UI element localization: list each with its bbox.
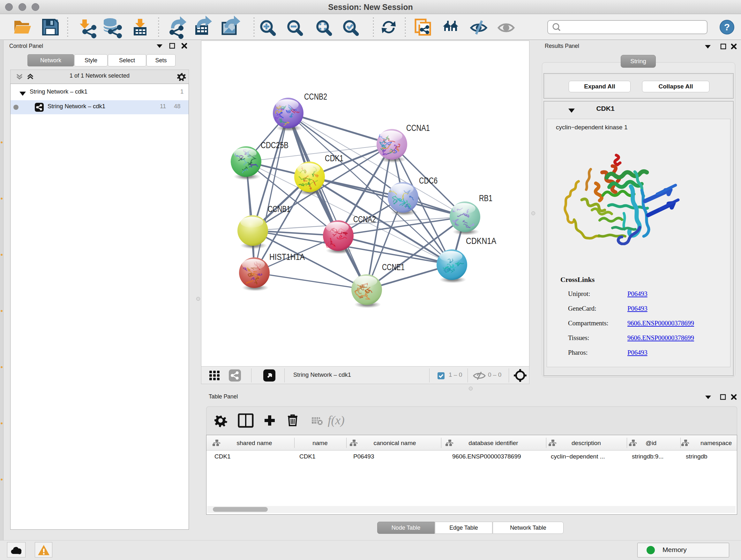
svg-text:?: ? bbox=[724, 22, 730, 32]
svg-text:database identifier: database identifier bbox=[468, 440, 518, 446]
svg-text:shared name: shared name bbox=[237, 440, 272, 446]
svg-text:RB1: RB1 bbox=[479, 193, 492, 203]
svg-text:@id: @id bbox=[646, 440, 657, 446]
svg-text:HIST1H1A: HIST1H1A bbox=[269, 252, 305, 262]
svg-text:name: name bbox=[313, 440, 328, 446]
svg-text:CDC25B: CDC25B bbox=[261, 140, 288, 150]
svg-text:CCNB2: CCNB2 bbox=[304, 92, 327, 102]
svg-text:CDC6: CDC6 bbox=[419, 176, 437, 186]
svg-text:CCNA2: CCNA2 bbox=[353, 214, 376, 224]
svg-text:CCNE1: CCNE1 bbox=[382, 262, 405, 272]
svg-text:CCNA1: CCNA1 bbox=[406, 123, 430, 133]
svg-text:f(x): f(x) bbox=[328, 414, 345, 427]
svg-text:CDK1: CDK1 bbox=[325, 153, 343, 163]
svg-text:namespace: namespace bbox=[700, 440, 732, 446]
svg-text:description: description bbox=[571, 440, 601, 446]
svg-text:CCNB1: CCNB1 bbox=[268, 204, 290, 214]
svg-text:canonical name: canonical name bbox=[374, 440, 416, 446]
svg-text:CDKN1A: CDKN1A bbox=[466, 236, 496, 246]
